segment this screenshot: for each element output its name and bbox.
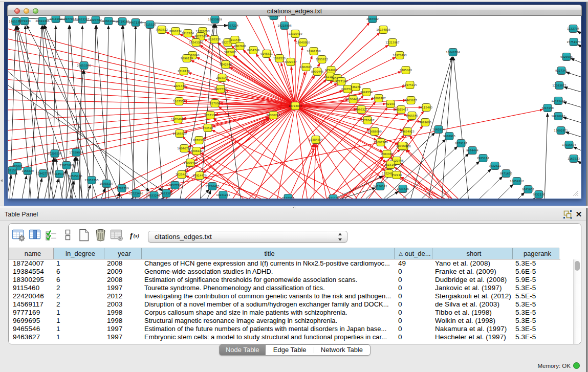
citation-edge-black[interactable] <box>571 58 581 65</box>
select-column-icon[interactable] <box>29 228 42 242</box>
table-row[interactable]: 946362711997Embryonic stem cells: a mode… <box>9 333 574 341</box>
graph-node[interactable]: 9421171 <box>327 195 339 199</box>
window-titlebar[interactable]: citations_edges.txt <box>7 5 582 16</box>
graph-node[interactable]: 7625402 <box>176 171 188 179</box>
graph-node[interactable]: 9832156 <box>533 191 546 199</box>
table-row[interactable]: 969969511998Structural magnetic resonanc… <box>9 317 574 325</box>
graph-node[interactable]: 9457791 <box>169 182 181 189</box>
close-panel-icon[interactable]: ✕ <box>575 210 582 218</box>
table-row[interactable]: 1456911722003Disruption of a novel membe… <box>9 300 574 309</box>
graph-node[interactable]: 12975115 <box>403 81 417 89</box>
table-row[interactable]: 1872400712008Changes of HCN gene express… <box>9 259 574 268</box>
graph-node[interactable]: 10719185 <box>115 18 129 26</box>
graph-node[interactable]: 10025453 <box>394 106 408 114</box>
graph-node[interactable]: 9474444 <box>466 147 479 155</box>
column-header-short[interactable]: short <box>432 248 513 259</box>
graph-node[interactable]: 14136141 <box>373 183 387 190</box>
graph-node[interactable]: 8122361 <box>282 194 294 199</box>
graph-node[interactable]: 6322037 <box>285 58 297 66</box>
column-header-out_degree[interactable]: △out_de... <box>395 248 432 259</box>
graph-node[interactable]: 15692971 <box>554 127 568 135</box>
table-row[interactable]: 977716911998Corpus callosum shape and si… <box>9 309 574 317</box>
graph-node[interactable]: 3624554 <box>360 89 373 96</box>
graph-node[interactable]: 26053346 <box>77 62 91 70</box>
graph-node[interactable]: 1733426 <box>397 185 409 193</box>
citation-edge-black[interactable] <box>11 171 16 199</box>
citation-edge-black[interactable] <box>495 184 513 199</box>
citation-edge-red[interactable] <box>8 90 295 106</box>
graph-node[interactable]: 8878335 <box>193 137 205 144</box>
network-graph[interactable]: 1405572322791342069140698119041097793410… <box>8 16 581 199</box>
citation-edge-black[interactable] <box>44 26 98 199</box>
citation-edge-red[interactable] <box>295 47 302 106</box>
citation-edge-red[interactable] <box>8 106 295 171</box>
graph-node[interactable]: 20691406 <box>35 17 50 25</box>
graph-node[interactable]: 417004 <box>210 100 221 107</box>
graph-node[interactable]: 10958107 <box>99 180 113 188</box>
graph-node[interactable]: 16961758 <box>307 48 321 55</box>
graph-node[interactable]: 10807487 <box>372 95 385 102</box>
graph-node[interactable]: 1075692 <box>396 142 408 150</box>
table-row[interactable]: 2242004622012Investigating the contribut… <box>9 292 574 300</box>
graph-node[interactable]: 10671355 <box>128 19 142 27</box>
graph-node[interactable]: 2803144 <box>216 74 229 82</box>
graph-node[interactable]: 12213967 <box>385 39 399 47</box>
graph-node[interactable]: 2718176 <box>178 68 190 75</box>
scrollbar-thumb[interactable] <box>575 261 580 271</box>
graph-node[interactable]: 12093872 <box>552 82 566 90</box>
graph-node[interactable]: 1221338 <box>173 82 186 90</box>
tab-node-table[interactable]: Node Table <box>220 345 266 355</box>
citation-edge-red[interactable] <box>395 167 448 199</box>
graph-node[interactable]: 746266 <box>351 83 361 91</box>
graph-node[interactable]: 18640910 <box>296 39 310 47</box>
citation-edge-black[interactable] <box>453 57 469 199</box>
citation-edge-red[interactable] <box>287 144 314 199</box>
graph-node[interactable]: 13325419 <box>288 30 302 38</box>
graph-node[interactable]: 10688609 <box>367 128 382 136</box>
graph-node[interactable]: 7632621 <box>489 162 501 170</box>
citation-edge-black[interactable] <box>476 177 503 199</box>
window-resize-grip[interactable] <box>573 190 579 196</box>
graph-node[interactable]: 1615152 <box>384 161 397 169</box>
graph-node[interactable]: 16154808 <box>376 26 390 34</box>
graph-node[interactable]: 15720407 <box>360 117 374 124</box>
citation-edge-black[interactable] <box>578 45 581 50</box>
graph-node[interactable]: 7663822 <box>156 26 168 34</box>
citation-edge-black[interactable] <box>563 102 581 109</box>
graph-node[interactable]: 9699695 <box>419 119 431 126</box>
graph-node[interactable]: 62160 <box>386 100 395 108</box>
graph-node[interactable]: 8912954 <box>182 30 194 37</box>
graph-node[interactable]: 1640954 <box>432 126 445 134</box>
column-header-pagerank[interactable]: pagerank <box>513 248 559 259</box>
tab-edge-table[interactable]: Edge Table <box>266 345 313 355</box>
table-row[interactable]: 946554611997Estimation of the future num… <box>9 325 574 333</box>
citation-edge-red[interactable] <box>8 59 295 106</box>
citation-edge-black[interactable] <box>410 57 452 199</box>
column-header-title[interactable]: title <box>142 248 395 259</box>
graph-node[interactable]: 2087682 <box>366 16 379 23</box>
graph-node[interactable]: 12444134 <box>551 97 565 105</box>
graph-node[interactable]: 7357224 <box>226 22 239 30</box>
table-vertical-scrollbar[interactable] <box>573 259 581 344</box>
graph-node[interactable]: 7633389 <box>160 190 173 198</box>
graph-node[interactable]: 8454749 <box>247 47 260 54</box>
citation-edge-red[interactable] <box>295 106 308 199</box>
graph-node[interactable]: 10653287 <box>75 16 89 24</box>
graph-node[interactable]: 7986322 <box>355 106 367 114</box>
graph-node[interactable]: 16033809 <box>208 16 222 24</box>
graph-node[interactable]: 19218906 <box>277 22 292 30</box>
citation-edge-red[interactable] <box>254 106 295 199</box>
tab-network-table[interactable]: Network Table <box>314 345 370 355</box>
graph-node[interactable]: 9115460 <box>420 104 433 112</box>
citation-edge-black[interactable] <box>573 147 581 153</box>
graph-node[interactable]: 2935114 <box>477 155 490 162</box>
citation-edge-red[interactable] <box>295 106 403 130</box>
citation-edge-red[interactable] <box>317 144 327 199</box>
citation-edge-black[interactable] <box>53 179 58 199</box>
graph-node[interactable]: 6466160 <box>102 17 115 25</box>
table-settings-icon[interactable] <box>12 228 26 242</box>
graph-node[interactable]: 1107554 <box>173 98 186 105</box>
column-header-year[interactable]: year <box>104 248 142 259</box>
citation-edge-black[interactable] <box>123 25 136 199</box>
graph-node[interactable]: 8813054 <box>268 16 280 20</box>
